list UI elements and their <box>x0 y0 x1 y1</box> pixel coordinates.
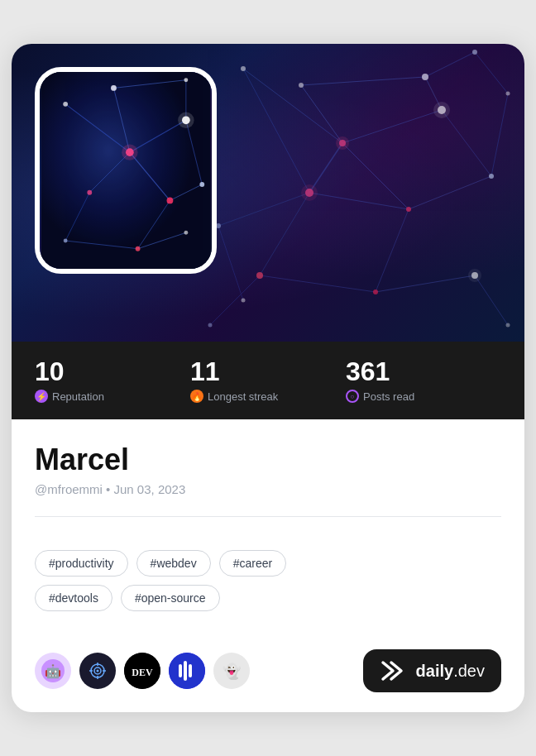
svg-line-9 <box>309 193 409 209</box>
streak-label: Longest streak <box>208 390 278 403</box>
profile-joined: Jun 03, 2023 <box>114 482 186 496</box>
svg-rect-84 <box>184 661 187 681</box>
profile-section: Marcel @mfroemmi • Jun 03, 2023 <box>12 419 524 550</box>
svg-point-28 <box>256 272 263 279</box>
svg-point-59 <box>167 198 174 204</box>
svg-line-1 <box>342 110 442 143</box>
svg-rect-83 <box>179 664 182 677</box>
svg-point-38 <box>472 50 477 55</box>
reputation-icon: ⚡ <box>35 390 48 403</box>
avatar-image <box>40 72 212 269</box>
badge-crosshair <box>79 653 116 689</box>
streak-label-row: 🔥 Longest streak <box>190 390 346 403</box>
svg-point-33 <box>299 83 304 88</box>
svg-text:🤖: 🤖 <box>45 663 61 679</box>
daily-suffix: .dev <box>453 662 485 680</box>
posts-label: Posts read <box>363 390 414 403</box>
badge-ghost: 👻 <box>213 653 250 689</box>
profile-username: @mfroemmi <box>35 482 103 496</box>
daily-logo-text: daily.dev <box>416 662 485 681</box>
svg-text:DEV: DEV <box>132 667 153 678</box>
svg-line-6 <box>376 275 475 292</box>
svg-point-31 <box>489 174 494 179</box>
svg-point-63 <box>199 182 204 187</box>
svg-point-40 <box>241 66 246 71</box>
reputation-value: 10 <box>35 358 190 385</box>
streak-value: 11 <box>190 358 346 385</box>
svg-line-7 <box>475 275 508 325</box>
svg-point-32 <box>422 74 428 80</box>
tags-section: #productivity #webdev #career #devtools … <box>12 550 524 636</box>
svg-point-64 <box>63 102 68 107</box>
badges-row: 🤖 DEV <box>35 653 250 689</box>
tags-row-1: #productivity #webdev #career <box>35 550 501 577</box>
tag-open-source[interactable]: #open-source <box>121 585 220 611</box>
svg-line-11 <box>260 275 376 292</box>
card-footer: 🤖 DEV <box>12 636 524 712</box>
tag-webdev[interactable]: #webdev <box>136 550 211 577</box>
svg-point-37 <box>242 299 246 303</box>
svg-line-8 <box>243 69 309 193</box>
svg-point-68 <box>64 239 68 243</box>
svg-line-17 <box>301 77 425 85</box>
meta-separator: • <box>106 482 110 496</box>
svg-line-21 <box>491 93 508 176</box>
stats-bar: 10 ⚡ Reputation 11 🔥 Longest streak 361 … <box>12 342 524 419</box>
hero-section <box>12 44 524 342</box>
streak-icon: 🔥 <box>190 390 203 403</box>
posts-label-row: ○ Posts read <box>346 390 501 403</box>
svg-line-14 <box>218 226 243 300</box>
svg-line-0 <box>243 69 342 143</box>
reputation-label: Reputation <box>52 390 104 403</box>
reputation-label-row: ⚡ Reputation <box>35 390 190 403</box>
svg-point-30 <box>433 102 450 118</box>
avatar-wrapper <box>35 67 217 274</box>
svg-rect-85 <box>189 664 192 677</box>
svg-point-24 <box>406 207 411 212</box>
tag-devtools[interactable]: #devtools <box>35 585 112 611</box>
svg-point-27 <box>373 289 378 294</box>
svg-point-42 <box>506 323 510 328</box>
svg-point-58 <box>122 144 137 160</box>
tag-productivity[interactable]: #productivity <box>35 550 128 577</box>
profile-divider <box>35 516 501 517</box>
svg-point-62 <box>178 112 194 128</box>
svg-point-65 <box>111 85 117 91</box>
svg-point-60 <box>136 246 141 251</box>
svg-text:👻: 👻 <box>223 663 242 681</box>
daily-text: daily <box>416 662 454 680</box>
svg-line-4 <box>409 176 491 209</box>
svg-line-3 <box>442 110 491 176</box>
svg-point-39 <box>506 92 510 96</box>
svg-line-5 <box>376 209 409 292</box>
posts-icon: ○ <box>346 390 359 403</box>
svg-line-13 <box>218 193 309 226</box>
svg-point-26 <box>301 184 318 201</box>
tags-row-2: #devtools #open-source <box>35 585 501 611</box>
badge-robot: 🤖 <box>35 653 71 689</box>
badge-dev: DEV <box>124 653 160 689</box>
svg-line-10 <box>260 193 309 275</box>
svg-point-41 <box>208 323 213 328</box>
tag-career[interactable]: #career <box>219 550 286 577</box>
svg-line-19 <box>425 52 475 77</box>
stat-streak: 11 🔥 Longest streak <box>190 358 346 403</box>
svg-point-67 <box>87 190 92 195</box>
profile-name: Marcel <box>35 443 501 477</box>
svg-point-75 <box>97 670 99 672</box>
daily-chevron-icon <box>380 659 406 682</box>
svg-point-35 <box>468 269 481 282</box>
svg-line-20 <box>475 52 508 93</box>
daily-dev-logo[interactable]: daily.dev <box>363 649 501 692</box>
svg-point-23 <box>336 136 349 150</box>
svg-line-15 <box>309 143 342 193</box>
stat-reputation: 10 ⚡ Reputation <box>35 358 190 403</box>
posts-value: 361 <box>346 358 501 385</box>
svg-line-12 <box>210 275 260 325</box>
stat-posts: 361 ○ Posts read <box>346 358 501 403</box>
badge-podcast <box>169 653 205 689</box>
svg-point-69 <box>184 231 188 235</box>
profile-meta: @mfroemmi • Jun 03, 2023 <box>35 482 501 496</box>
svg-line-2 <box>342 143 409 209</box>
profile-card: 10 ⚡ Reputation 11 🔥 Longest streak 361 … <box>12 44 524 712</box>
